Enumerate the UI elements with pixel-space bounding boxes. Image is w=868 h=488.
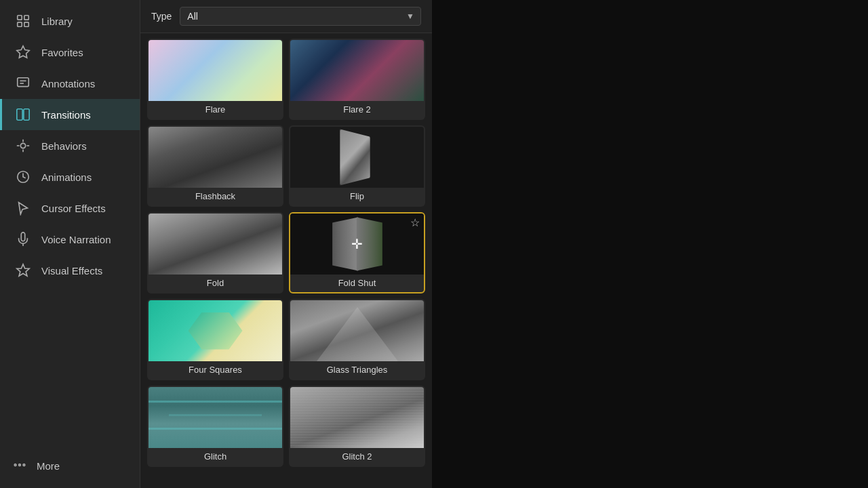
voice-narration-icon: [14, 230, 32, 248]
svg-rect-9: [24, 109, 29, 121]
annotations-icon: [14, 75, 32, 92]
preview-area: [432, 0, 868, 488]
svg-marker-17: [17, 264, 29, 276]
svg-rect-2: [18, 22, 22, 26]
transitions-grid-area: Flare Flare 2 Flashback: [140, 33, 432, 488]
svg-rect-1: [24, 16, 28, 20]
sidebar-label-animations: Animations: [41, 171, 92, 183]
thumb-glass-triangles: [290, 300, 424, 361]
sidebar: Library Favorites Annotations Transition…: [0, 0, 140, 488]
favorites-icon: [14, 43, 32, 61]
grid-item-flashback[interactable]: Flashback: [147, 125, 283, 207]
thumb-fold-shut: ✛ ☆: [290, 214, 424, 274]
label-fold-shut: Fold Shut: [290, 274, 424, 292]
thumb-flashback: [149, 127, 282, 188]
library-icon: [14, 12, 32, 30]
svg-point-20: [23, 464, 25, 466]
cursor-move-icon: ✛: [351, 236, 363, 252]
sidebar-item-behaviors[interactable]: Behaviors: [0, 130, 140, 161]
sidebar-item-annotations[interactable]: Annotations: [0, 68, 140, 99]
visual-effects-icon: [14, 262, 32, 279]
sidebar-label-library: Library: [41, 16, 73, 27]
sidebar-label-voice-narration: Voice Narration: [41, 234, 111, 245]
sidebar-label-transitions: Transitions: [41, 109, 91, 121]
thumb-glitch2: [290, 387, 424, 448]
sidebar-item-favorites[interactable]: Favorites: [0, 37, 140, 68]
filter-select-wrapper: All 3D 2D Fade Wipe ▼: [180, 7, 421, 26]
label-glass-triangles: Glass Triangles: [290, 361, 424, 379]
main-panel: Type All 3D 2D Fade Wipe ▼ Flare: [140, 0, 432, 488]
thumb-four-squares: [149, 300, 282, 361]
svg-point-19: [19, 464, 21, 466]
grid-item-fold-shut[interactable]: ✛ ☆ Fold Shut: [289, 212, 425, 293]
filter-type-label: Type: [151, 11, 172, 22]
sidebar-label-visual-effects: Visual Effects: [41, 265, 102, 277]
label-flip: Flip: [290, 188, 424, 205]
favorite-star-icon[interactable]: ☆: [410, 218, 420, 228]
thumb-flare: [149, 40, 282, 101]
grid-item-glitch[interactable]: Glitch: [147, 386, 283, 467]
sidebar-item-visual-effects[interactable]: Visual Effects: [0, 255, 140, 286]
svg-marker-4: [17, 46, 29, 58]
filter-type-select[interactable]: All 3D 2D Fade Wipe: [180, 7, 421, 26]
thumb-glitch: [149, 387, 282, 448]
label-four-squares: Four Squares: [149, 361, 282, 379]
sidebar-item-voice-narration[interactable]: Voice Narration: [0, 224, 140, 255]
sidebar-label-favorites: Favorites: [41, 47, 83, 58]
label-fold: Fold: [149, 274, 282, 292]
label-flare: Flare: [149, 101, 282, 119]
sidebar-more-button[interactable]: More: [0, 449, 140, 483]
sidebar-item-library[interactable]: Library: [0, 5, 140, 37]
sidebar-label-annotations: Annotations: [41, 78, 95, 89]
svg-rect-0: [18, 16, 22, 20]
filter-bar: Type All 3D 2D Fade Wipe ▼: [140, 0, 432, 33]
label-flashback: Flashback: [149, 188, 282, 205]
transitions-icon: [14, 106, 32, 123]
animations-icon: [14, 168, 32, 186]
svg-rect-3: [24, 22, 28, 26]
grid-item-four-squares[interactable]: Four Squares: [147, 299, 283, 380]
thumb-flare2: [290, 40, 424, 101]
sidebar-label-cursor-effects: Cursor Effects: [41, 203, 106, 214]
thumb-flip: [290, 127, 424, 188]
grid-item-glitch2[interactable]: Glitch 2: [289, 386, 425, 467]
sidebar-item-transitions[interactable]: Transitions: [0, 99, 140, 130]
thumb-fold: [149, 214, 282, 274]
svg-point-18: [14, 464, 16, 466]
more-icon: [12, 458, 27, 474]
sidebar-item-animations[interactable]: Animations: [0, 161, 140, 192]
label-flare2: Flare 2: [290, 101, 424, 119]
svg-rect-8: [17, 109, 22, 121]
grid-item-fold[interactable]: Fold: [147, 212, 283, 293]
svg-rect-5: [18, 78, 29, 87]
svg-point-10: [20, 143, 25, 148]
more-label: More: [37, 460, 60, 472]
grid-item-flip[interactable]: Flip: [289, 125, 425, 207]
cursor-effects-icon: [14, 199, 32, 217]
grid-item-glass-triangles[interactable]: Glass Triangles: [289, 299, 425, 380]
sidebar-label-behaviors: Behaviors: [41, 140, 87, 152]
label-glitch2: Glitch 2: [290, 448, 424, 466]
label-glitch: Glitch: [149, 448, 282, 466]
grid-item-flare2[interactable]: Flare 2: [289, 39, 425, 120]
transitions-grid: Flare Flare 2 Flashback: [147, 39, 425, 467]
behaviors-icon: [14, 137, 32, 155]
grid-item-flare[interactable]: Flare: [147, 39, 283, 120]
sidebar-item-cursor-effects[interactable]: Cursor Effects: [0, 192, 140, 224]
